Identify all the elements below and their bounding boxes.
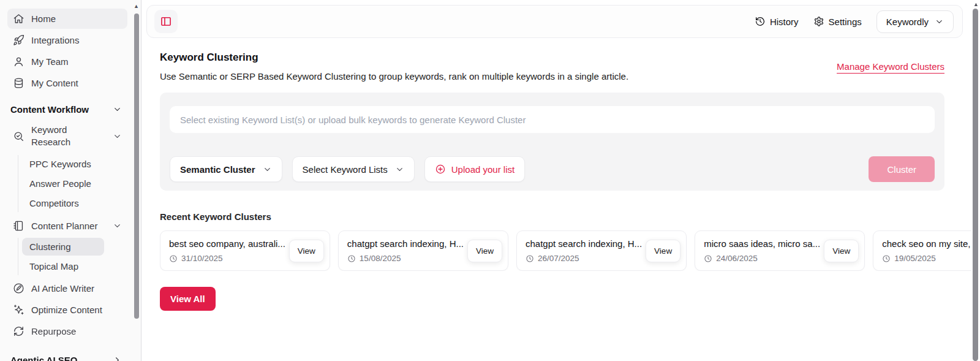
sidebar-item-topical-map[interactable]: Topical Map [18, 257, 127, 275]
clock-icon [347, 254, 356, 263]
sidebar-item-competitors[interactable]: Competitors [18, 194, 127, 212]
settings-label: Settings [829, 17, 862, 27]
sidebar-item-label: Content Planner [31, 221, 97, 231]
keyword-list-input[interactable] [170, 106, 935, 133]
view-all-button[interactable]: View All [160, 287, 216, 311]
sidebar-item-content-planner[interactable]: Content Planner [7, 216, 127, 236]
cluster-card: chatgpt search indexing, H... 15/08/2025… [338, 230, 508, 271]
refresh-icon [13, 325, 24, 337]
recent-clusters-title: Recent Keyword Clusters [160, 211, 944, 222]
sidebar-scrollbar-thumb[interactable] [134, 13, 139, 319]
sidebar-item-clustering[interactable]: Clustering [22, 238, 104, 256]
sidebar-section-agentic-ai-seo[interactable]: Agentic AI SEO [7, 351, 127, 361]
cluster-date-row: 15/08/2025 [347, 254, 464, 263]
manage-keyword-clusters-link[interactable]: Manage Keyword Clusters [837, 61, 944, 72]
cluster-card: check seo on my site, seo ... 19/05/2025… [873, 230, 971, 271]
cluster-title: micro saas ideas, micro sa... [704, 238, 820, 249]
sidebar-toggle-button[interactable] [154, 10, 178, 33]
search-check-icon [13, 131, 24, 142]
sidebar-item-keyword-research[interactable]: Keyword Research [7, 120, 127, 153]
sidebar-item-home[interactable]: Home [7, 9, 127, 29]
main-area: History Settings Keywordly Keyword Clust… [141, 5, 980, 361]
sidebar-item-my-content[interactable]: My Content [7, 73, 127, 93]
cluster-card-info: chatgpt search indexing, H... 26/07/2025 [526, 238, 642, 263]
cluster-type-label: Semantic Cluster [180, 164, 255, 175]
cluster-options-row: Semantic Cluster Select Keyword Lists Up… [170, 156, 935, 182]
cluster-title: chatgpt search indexing, H... [347, 238, 464, 249]
history-icon [755, 16, 766, 27]
sidebar-item-answer-people[interactable]: Answer People [18, 175, 127, 192]
sidebar-item-label: My Content [31, 78, 78, 88]
section-label: Content Workflow [10, 104, 89, 115]
page-header-text: Keyword Clustering Use Semantic or SERP … [160, 51, 628, 82]
topbar: History Settings Keywordly [146, 5, 963, 38]
sidebar-item-my-team[interactable]: My Team [7, 51, 127, 72]
recent-clusters-row: best seo company, australi... 31/10/2025… [160, 230, 971, 271]
sidebar-item-integrations[interactable]: Integrations [7, 30, 127, 50]
content: Keyword Clustering Use Semantic or SERP … [141, 38, 980, 311]
chevron-down-icon [935, 17, 944, 26]
database-icon [13, 77, 24, 89]
cluster-card: best seo company, australi... 31/10/2025… [160, 230, 330, 271]
view-cluster-button[interactable]: View [646, 240, 680, 262]
gear-icon [813, 16, 824, 27]
clock-icon [882, 254, 891, 263]
cluster-card-info: check seo on my site, seo ... 19/05/2025 [882, 238, 971, 263]
sidebar-item-repurpose[interactable]: Repurpose [7, 321, 127, 341]
clock-icon [169, 254, 178, 263]
chevron-down-icon [113, 221, 122, 230]
cluster-title: best seo company, australi... [169, 238, 285, 249]
cluster-date-row: 31/10/2025 [169, 254, 285, 263]
chevron-right-icon [113, 355, 122, 361]
page-scroll-up-arrow[interactable]: ▲ [973, 1, 979, 7]
cluster-builder-panel: Semantic Cluster Select Keyword Lists Up… [160, 93, 944, 191]
cluster-date: 24/06/2025 [716, 254, 758, 263]
sidebar-item-label: AI Article Writer [31, 283, 94, 294]
upload-label: Upload your list [451, 164, 514, 175]
cluster-title: chatgpt search indexing, H... [526, 238, 642, 249]
cluster-title: check seo on my site, seo ... [882, 238, 971, 249]
cluster-date: 31/10/2025 [181, 254, 223, 263]
sidebar-section-content-workflow[interactable]: Content Workflow [7, 101, 127, 118]
keyword-lists-dropdown[interactable]: Select Keyword Lists [292, 156, 415, 182]
cluster-type-dropdown[interactable]: Semantic Cluster [170, 156, 282, 182]
page-scrollbar-thumb[interactable] [973, 9, 978, 361]
sidebar-item-label: Keyword Research [31, 124, 90, 149]
account-label: Keywordly [886, 17, 929, 27]
view-cluster-button[interactable]: View [289, 240, 324, 262]
view-cluster-button[interactable]: View [467, 240, 502, 262]
history-label: History [770, 17, 799, 27]
sparkles-icon [13, 304, 24, 316]
chevron-down-icon [263, 165, 272, 174]
cluster-date: 15/08/2025 [360, 254, 401, 263]
upload-list-button[interactable]: Upload your list [424, 156, 525, 182]
sidebar-item-label: Repurpose [31, 326, 76, 336]
topbar-right: History Settings Keywordly [755, 10, 954, 33]
account-menu-button[interactable]: Keywordly [876, 10, 954, 33]
sidebar-item-label: My Team [31, 56, 69, 67]
panel-left-icon [160, 15, 172, 28]
cluster-card-info: micro saas ideas, micro sa... 24/06/2025 [704, 238, 820, 263]
plus-circle-icon [435, 164, 446, 175]
cluster-date-row: 19/05/2025 [882, 254, 971, 263]
cluster-button[interactable]: Cluster [869, 156, 935, 182]
cluster-card: micro saas ideas, micro sa... 24/06/2025… [695, 230, 865, 271]
sidebar-item-ai-article-writer[interactable]: AI Article Writer [7, 278, 127, 298]
chevron-down-icon [113, 132, 122, 141]
sidebar-item-ppc-keywords[interactable]: PPC Keywords [18, 155, 127, 173]
sidebar-item-label: Integrations [31, 35, 79, 45]
cluster-card-info: chatgpt search indexing, H... 15/08/2025 [347, 238, 464, 263]
cluster-date: 26/07/2025 [538, 254, 579, 263]
rocket-icon [13, 34, 24, 46]
settings-button[interactable]: Settings [813, 16, 862, 27]
page-header-row: Keyword Clustering Use Semantic or SERP … [160, 51, 944, 82]
view-cluster-button[interactable]: View [824, 240, 859, 262]
sidebar: Home Integrations My Team My Content Con… [0, 0, 141, 361]
sidebar-item-optimize-content[interactable]: Optimize Content [7, 300, 127, 320]
clock-icon [526, 254, 534, 263]
sidebar-scroll-up-arrow[interactable]: ▲ [134, 3, 139, 9]
page-title: Keyword Clustering [160, 51, 628, 64]
history-button[interactable]: History [755, 16, 799, 27]
cluster-card: chatgpt search indexing, H... 26/07/2025… [516, 230, 687, 271]
chevron-down-icon [395, 165, 404, 174]
